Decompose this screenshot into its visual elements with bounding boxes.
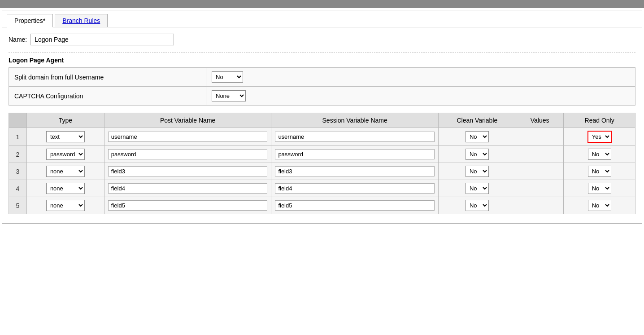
type-select-2[interactable]: textpasswordnone <box>46 166 85 177</box>
row-num-0: 1 <box>9 128 27 146</box>
type-select-0[interactable]: textpasswordnone <box>46 131 85 142</box>
clean-var-select-4[interactable]: NoYes <box>466 200 489 211</box>
clean-var-cell-0: NoYes <box>438 128 516 146</box>
session-var-cell-4 <box>271 197 439 214</box>
session-var-cell-0 <box>271 128 439 146</box>
divider-1 <box>9 53 635 53</box>
post-var-cell-4 <box>104 197 271 214</box>
session-var-input-3[interactable] <box>275 183 435 194</box>
read-only-cell-1: YesNo <box>564 146 635 163</box>
read-only-cell-3: YesNo <box>564 180 635 197</box>
col-header-type: Type <box>26 113 104 128</box>
read-only-select-2[interactable]: YesNo <box>588 166 611 177</box>
values-cell-1 <box>516 146 563 163</box>
agent-select-1[interactable]: NoneOption1Option2 <box>212 90 246 101</box>
post-var-cell-1 <box>104 146 271 163</box>
table-row-2: 3textpasswordnoneNoYesYesNo <box>9 163 635 180</box>
row-num-1: 2 <box>9 146 27 163</box>
row-num-3: 4 <box>9 180 27 197</box>
col-header-readonly: Read Only <box>564 113 635 128</box>
type-cell-0: textpasswordnone <box>26 128 104 146</box>
values-cell-4 <box>516 197 563 214</box>
clean-var-cell-3: NoYes <box>438 180 516 197</box>
col-header-values: Values <box>516 113 563 128</box>
clean-var-select-1[interactable]: NoYes <box>466 149 489 160</box>
agent-select-0[interactable]: NoYes <box>212 71 243 83</box>
post-var-input-3[interactable] <box>108 183 268 194</box>
post-var-input-4[interactable] <box>108 200 268 211</box>
type-select-1[interactable]: textpasswordnone <box>46 149 85 160</box>
clean-var-cell-4: NoYes <box>438 197 516 214</box>
content-area: Name: Logon Page Agent Split domain from… <box>2 27 642 219</box>
read-only-select-0[interactable]: YesNo <box>587 131 612 143</box>
top-bar <box>0 0 644 8</box>
values-cell-3 <box>516 180 563 197</box>
values-cell-2 <box>516 163 563 180</box>
read-only-select-4[interactable]: YesNo <box>588 200 611 211</box>
session-var-cell-3 <box>271 180 439 197</box>
values-cell-0 <box>516 128 563 146</box>
col-header-num <box>9 113 27 128</box>
agent-row-0: Split domain from full UsernameNoYes <box>9 68 635 87</box>
clean-var-cell-1: NoYes <box>438 146 516 163</box>
type-select-4[interactable]: textpasswordnone <box>46 200 85 211</box>
type-cell-3: textpasswordnone <box>26 180 104 197</box>
post-var-input-0[interactable] <box>108 132 268 142</box>
post-var-input-1[interactable] <box>108 149 268 159</box>
agent-row-label-0: Split domain from full Username <box>9 68 206 87</box>
read-only-cell-0: YesNo <box>564 128 635 146</box>
agent-row-select-cell-1: NoneOption1Option2 <box>206 87 635 106</box>
table-row-0: 1textpasswordnoneNoYesYesNo <box>9 128 635 146</box>
agent-row-1: CAPTCHA ConfigurationNoneOption1Option2 <box>9 87 635 106</box>
session-var-input-1[interactable] <box>275 149 435 159</box>
table-header-row: Type Post Variable Name Session Variable… <box>9 113 635 128</box>
col-header-clean: Clean Variable <box>438 113 516 128</box>
type-select-3[interactable]: textpasswordnone <box>46 183 85 194</box>
session-var-cell-2 <box>271 163 439 180</box>
read-only-select-3[interactable]: YesNo <box>588 183 611 194</box>
row-num-2: 3 <box>9 163 27 180</box>
tabs-row: Properties* Branch Rules <box>2 10 642 27</box>
clean-var-select-2[interactable]: NoYes <box>466 166 489 177</box>
main-container: Properties* Branch Rules Name: Logon Pag… <box>2 10 642 224</box>
col-header-session: Session Variable Name <box>271 113 439 128</box>
data-table: Type Post Variable Name Session Variable… <box>9 113 635 214</box>
post-var-cell-2 <box>104 163 271 180</box>
clean-var-select-0[interactable]: NoYes <box>466 131 489 142</box>
clean-var-select-3[interactable]: NoYes <box>466 183 489 194</box>
read-only-select-1[interactable]: YesNo <box>588 149 611 160</box>
name-input[interactable] <box>30 34 174 45</box>
session-var-input-2[interactable] <box>275 166 435 176</box>
type-cell-4: textpasswordnone <box>26 197 104 214</box>
type-cell-2: textpasswordnone <box>26 163 104 180</box>
name-row: Name: <box>9 34 635 45</box>
session-var-input-0[interactable] <box>275 132 435 142</box>
name-label: Name: <box>9 36 27 43</box>
agent-row-label-1: CAPTCHA Configuration <box>9 87 206 106</box>
post-var-cell-0 <box>104 128 271 146</box>
agent-config-table: Split domain from full UsernameNoYesCAPT… <box>9 67 635 106</box>
type-cell-1: textpasswordnone <box>26 146 104 163</box>
tab-properties[interactable]: Properties* <box>7 14 53 27</box>
session-var-input-4[interactable] <box>275 200 435 211</box>
session-var-cell-1 <box>271 146 439 163</box>
table-row-3: 4textpasswordnoneNoYesYesNo <box>9 180 635 197</box>
read-only-cell-4: YesNo <box>564 197 635 214</box>
read-only-cell-2: YesNo <box>564 163 635 180</box>
col-header-post: Post Variable Name <box>104 113 271 128</box>
table-row-4: 5textpasswordnoneNoYesYesNo <box>9 197 635 214</box>
post-var-cell-3 <box>104 180 271 197</box>
section-title: Logon Page Agent <box>9 57 635 64</box>
post-var-input-2[interactable] <box>108 166 268 176</box>
agent-row-select-cell-0: NoYes <box>206 68 635 87</box>
row-num-4: 5 <box>9 197 27 214</box>
tab-branch-rules[interactable]: Branch Rules <box>55 14 108 27</box>
table-row-1: 2textpasswordnoneNoYesYesNo <box>9 146 635 163</box>
clean-var-cell-2: NoYes <box>438 163 516 180</box>
